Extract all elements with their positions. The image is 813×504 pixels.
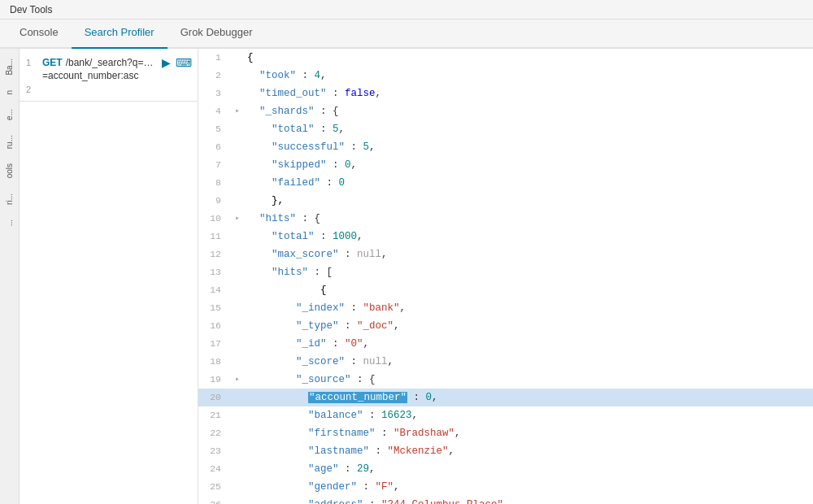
req-method-1: GET [42, 57, 63, 68]
line-number-18: 18 [198, 354, 231, 369]
line-number-19: 19 [198, 372, 231, 387]
json-line-2: 2 "took" : 4, [198, 67, 813, 85]
line-content-15: "_index" : "bank", [244, 300, 813, 316]
line-number-23: 23 [198, 444, 231, 458]
line-number-15: 15 [198, 301, 231, 315]
line-number-12: 12 [198, 247, 231, 262]
line-number-14: 14 [198, 283, 231, 298]
line-number-6: 6 [198, 140, 231, 154]
line-content-10: "hits" : { [244, 211, 813, 227]
line-content-3: "timed_out" : false, [244, 85, 813, 102]
left-nav-pri[interactable]: ri... [3, 187, 15, 211]
action-icons: ▶ ⌨ [159, 55, 191, 70]
req-line-num-1: 1 [26, 58, 39, 67]
json-line-4: 4▸ "_shards" : { [198, 102, 813, 120]
line-number-25: 25 [198, 480, 231, 494]
line-number-1: 1 [198, 50, 231, 65]
json-line-17: 17 "_id" : "0", [198, 335, 813, 353]
line-content-5: "total" : 5, [244, 121, 813, 137]
sidebar: 1 GET /bank/_search?q=*&sort ▶ ⌨ =accoun… [20, 49, 198, 504]
main-layout: Ba... n e... ru... ools ri... ... 1 GET … [0, 49, 813, 504]
json-line-23: 23 "lastname" : "Mckenzie", [198, 442, 813, 460]
line-number-22: 22 [198, 426, 231, 441]
run-icon[interactable]: ▶ [159, 55, 173, 70]
line-content-8: "failed" : 0 [244, 175, 813, 191]
line-content-21: "balance" : 16623, [244, 407, 813, 424]
line-number-13: 13 [198, 265, 231, 280]
left-nav-e[interactable]: e... [3, 102, 15, 127]
left-nav-dots[interactable]: ... [3, 213, 15, 232]
line-number-24: 24 [198, 462, 231, 476]
line-content-16: "_type" : "_doc", [244, 318, 813, 334]
request-line-2: 2 [26, 85, 191, 94]
line-number-9: 9 [198, 193, 231, 208]
line-content-7: "skipped" : 0, [244, 157, 813, 173]
line-number-7: 7 [198, 158, 231, 172]
line-content-25: "gender" : "F", [244, 479, 813, 495]
line-content-2: "took" : 4, [244, 67, 813, 84]
json-line-14: 14 { [198, 281, 813, 299]
json-line-18: 18 "_score" : null, [198, 353, 813, 371]
json-panel[interactable]: 1{2 "took" : 4,3 "timed_out" : false,4▸ … [198, 49, 813, 504]
collapse-toggle-19[interactable]: ▸ [231, 373, 244, 386]
line-content-19: "_source" : { [244, 371, 813, 388]
json-line-7: 7 "skipped" : 0, [198, 156, 813, 174]
title-bar: Dev Tools [0, 0, 813, 20]
left-nav-ba[interactable]: Ba... [3, 52, 15, 82]
line-number-10: 10 [198, 211, 231, 226]
line-content-9: }, [244, 193, 813, 209]
req-url-1: /bank/_search?q=*&sort [66, 57, 155, 68]
line-content-14: { [244, 282, 813, 298]
line-content-18: "_score" : null, [244, 354, 813, 370]
json-line-22: 22 "firstname" : "Bradshaw", [198, 424, 813, 442]
wrench-icon[interactable]: ⌨ [176, 55, 191, 70]
line-content-4: "_shards" : { [244, 103, 813, 119]
left-nav-ru[interactable]: ru... [3, 128, 15, 155]
line-content-12: "max_score" : null, [244, 246, 813, 263]
json-line-19: 19▸ "_source" : { [198, 371, 813, 389]
line-number-16: 16 [198, 319, 231, 333]
left-nav-n[interactable]: n [3, 84, 15, 102]
line-number-5: 5 [198, 122, 231, 137]
collapse-toggle-10[interactable]: ▸ [231, 212, 244, 225]
line-content-1: { [244, 50, 813, 66]
line-number-20: 20 [198, 390, 231, 405]
collapse-toggle-4[interactable]: ▸ [231, 105, 244, 118]
json-line-12: 12 "max_score" : null, [198, 245, 813, 263]
json-line-24: 24 "age" : 29, [198, 460, 813, 478]
json-line-9: 9 }, [198, 192, 813, 210]
tab-search-profiler[interactable]: Search Profiler [72, 18, 167, 49]
left-nav-tools[interactable]: ools [3, 157, 15, 185]
json-line-6: 6 "successful" : 5, [198, 138, 813, 156]
line-content-20: "account_number" : 0, [244, 389, 813, 406]
line-number-21: 21 [198, 408, 231, 423]
request-area: 1 GET /bank/_search?q=*&sort ▶ ⌨ =accoun… [20, 49, 198, 102]
tab-console[interactable]: Console [7, 18, 72, 49]
request-line-1b: =account_number:asc [26, 70, 191, 81]
json-line-11: 11 "total" : 1000, [198, 228, 813, 245]
line-content-17: "_id" : "0", [244, 336, 813, 352]
left-nav: Ba... n e... ru... ools ri... ... [0, 49, 20, 504]
line-number-4: 4 [198, 104, 231, 119]
tab-bar: Console Search Profiler Grok Debugger [0, 20, 813, 49]
line-content-24: "age" : 29, [244, 461, 813, 477]
line-number-8: 8 [198, 176, 231, 190]
json-line-10: 10▸ "hits" : { [198, 210, 813, 228]
req-url-continuation: =account_number:asc [42, 70, 138, 81]
line-number-11: 11 [198, 229, 231, 244]
line-number-17: 17 [198, 337, 231, 351]
json-line-26: 26 "address" : "244 Columbus Place", [198, 496, 813, 504]
tab-grok-debugger[interactable]: Grok Debugger [167, 18, 266, 49]
line-content-22: "firstname" : "Bradshaw", [244, 425, 813, 441]
json-line-3: 3 "timed_out" : false, [198, 85, 813, 102]
line-content-26: "address" : "244 Columbus Place", [244, 497, 813, 504]
line-content-23: "lastname" : "Mckenzie", [244, 443, 813, 459]
json-line-16: 16 "_type" : "_doc", [198, 317, 813, 335]
json-line-15: 15 "_index" : "bank", [198, 299, 813, 317]
req-line-num-2: 2 [26, 85, 39, 94]
json-line-21: 21 "balance" : 16623, [198, 406, 813, 424]
line-number-2: 2 [198, 68, 231, 83]
line-content-6: "successful" : 5, [244, 139, 813, 155]
title-text: Dev Tools [10, 4, 52, 15]
line-content-13: "hits" : [ [244, 264, 813, 280]
